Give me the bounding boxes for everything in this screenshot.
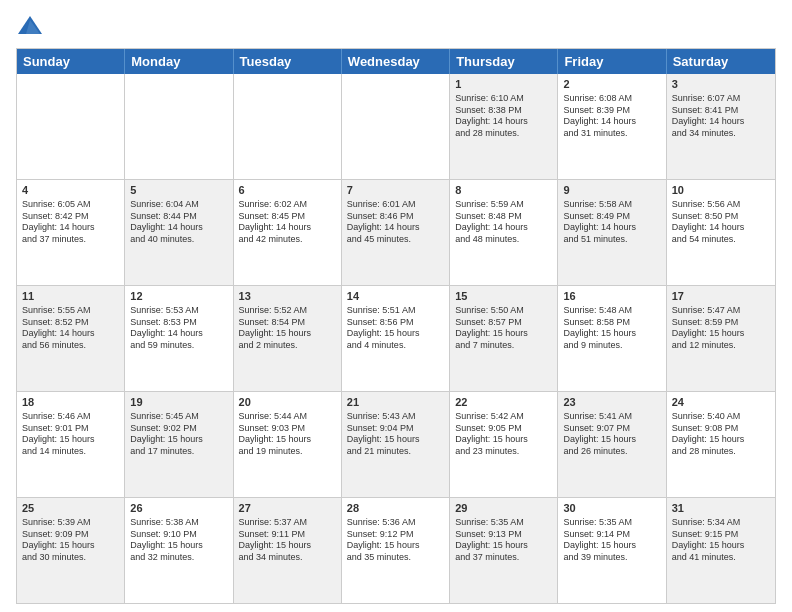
day-info: Sunrise: 5:48 AM Sunset: 8:58 PM Dayligh… — [563, 305, 660, 352]
col-header-monday: Monday — [125, 49, 233, 74]
day-info: Sunrise: 5:52 AM Sunset: 8:54 PM Dayligh… — [239, 305, 336, 352]
day-number: 11 — [22, 289, 119, 304]
day-number: 22 — [455, 395, 552, 410]
day-info: Sunrise: 6:01 AM Sunset: 8:46 PM Dayligh… — [347, 199, 444, 246]
day-number: 21 — [347, 395, 444, 410]
day-info: Sunrise: 5:36 AM Sunset: 9:12 PM Dayligh… — [347, 517, 444, 564]
day-number: 9 — [563, 183, 660, 198]
day-info: Sunrise: 5:51 AM Sunset: 8:56 PM Dayligh… — [347, 305, 444, 352]
week-row-0: 1Sunrise: 6:10 AM Sunset: 8:38 PM Daylig… — [17, 74, 775, 180]
calendar-header-row: SundayMondayTuesdayWednesdayThursdayFrid… — [17, 49, 775, 74]
day-number: 28 — [347, 501, 444, 516]
day-number: 18 — [22, 395, 119, 410]
cal-cell: 9Sunrise: 5:58 AM Sunset: 8:49 PM Daylig… — [558, 180, 666, 285]
day-number: 30 — [563, 501, 660, 516]
cal-cell: 30Sunrise: 5:35 AM Sunset: 9:14 PM Dayli… — [558, 498, 666, 603]
day-number: 31 — [672, 501, 770, 516]
day-info: Sunrise: 5:41 AM Sunset: 9:07 PM Dayligh… — [563, 411, 660, 458]
day-info: Sunrise: 5:42 AM Sunset: 9:05 PM Dayligh… — [455, 411, 552, 458]
cal-cell: 4Sunrise: 6:05 AM Sunset: 8:42 PM Daylig… — [17, 180, 125, 285]
cal-cell: 14Sunrise: 5:51 AM Sunset: 8:56 PM Dayli… — [342, 286, 450, 391]
day-number: 20 — [239, 395, 336, 410]
cal-cell: 11Sunrise: 5:55 AM Sunset: 8:52 PM Dayli… — [17, 286, 125, 391]
col-header-sunday: Sunday — [17, 49, 125, 74]
day-info: Sunrise: 6:05 AM Sunset: 8:42 PM Dayligh… — [22, 199, 119, 246]
day-number: 6 — [239, 183, 336, 198]
logo — [16, 12, 48, 40]
cal-cell: 27Sunrise: 5:37 AM Sunset: 9:11 PM Dayli… — [234, 498, 342, 603]
day-number: 17 — [672, 289, 770, 304]
day-info: Sunrise: 6:07 AM Sunset: 8:41 PM Dayligh… — [672, 93, 770, 140]
cal-cell: 3Sunrise: 6:07 AM Sunset: 8:41 PM Daylig… — [667, 74, 775, 179]
day-info: Sunrise: 5:40 AM Sunset: 9:08 PM Dayligh… — [672, 411, 770, 458]
day-number: 26 — [130, 501, 227, 516]
day-info: Sunrise: 5:45 AM Sunset: 9:02 PM Dayligh… — [130, 411, 227, 458]
cal-cell: 8Sunrise: 5:59 AM Sunset: 8:48 PM Daylig… — [450, 180, 558, 285]
cal-cell: 15Sunrise: 5:50 AM Sunset: 8:57 PM Dayli… — [450, 286, 558, 391]
cal-cell: 17Sunrise: 5:47 AM Sunset: 8:59 PM Dayli… — [667, 286, 775, 391]
day-info: Sunrise: 5:43 AM Sunset: 9:04 PM Dayligh… — [347, 411, 444, 458]
cal-cell: 22Sunrise: 5:42 AM Sunset: 9:05 PM Dayli… — [450, 392, 558, 497]
cal-cell: 1Sunrise: 6:10 AM Sunset: 8:38 PM Daylig… — [450, 74, 558, 179]
day-info: Sunrise: 6:10 AM Sunset: 8:38 PM Dayligh… — [455, 93, 552, 140]
cal-cell: 12Sunrise: 5:53 AM Sunset: 8:53 PM Dayli… — [125, 286, 233, 391]
week-row-3: 18Sunrise: 5:46 AM Sunset: 9:01 PM Dayli… — [17, 392, 775, 498]
cal-cell: 29Sunrise: 5:35 AM Sunset: 9:13 PM Dayli… — [450, 498, 558, 603]
day-info: Sunrise: 5:47 AM Sunset: 8:59 PM Dayligh… — [672, 305, 770, 352]
day-info: Sunrise: 6:08 AM Sunset: 8:39 PM Dayligh… — [563, 93, 660, 140]
week-row-2: 11Sunrise: 5:55 AM Sunset: 8:52 PM Dayli… — [17, 286, 775, 392]
cal-cell: 28Sunrise: 5:36 AM Sunset: 9:12 PM Dayli… — [342, 498, 450, 603]
cal-cell: 26Sunrise: 5:38 AM Sunset: 9:10 PM Dayli… — [125, 498, 233, 603]
day-number: 24 — [672, 395, 770, 410]
cal-cell: 20Sunrise: 5:44 AM Sunset: 9:03 PM Dayli… — [234, 392, 342, 497]
day-info: Sunrise: 6:02 AM Sunset: 8:45 PM Dayligh… — [239, 199, 336, 246]
day-info: Sunrise: 5:44 AM Sunset: 9:03 PM Dayligh… — [239, 411, 336, 458]
day-number: 14 — [347, 289, 444, 304]
logo-icon — [16, 12, 44, 40]
col-header-tuesday: Tuesday — [234, 49, 342, 74]
col-header-friday: Friday — [558, 49, 666, 74]
day-number: 12 — [130, 289, 227, 304]
day-info: Sunrise: 5:34 AM Sunset: 9:15 PM Dayligh… — [672, 517, 770, 564]
day-number: 27 — [239, 501, 336, 516]
day-number: 3 — [672, 77, 770, 92]
day-info: Sunrise: 5:59 AM Sunset: 8:48 PM Dayligh… — [455, 199, 552, 246]
day-number: 4 — [22, 183, 119, 198]
col-header-wednesday: Wednesday — [342, 49, 450, 74]
day-info: Sunrise: 5:55 AM Sunset: 8:52 PM Dayligh… — [22, 305, 119, 352]
day-number: 19 — [130, 395, 227, 410]
day-number: 23 — [563, 395, 660, 410]
day-number: 5 — [130, 183, 227, 198]
day-number: 25 — [22, 501, 119, 516]
cal-cell — [234, 74, 342, 179]
day-info: Sunrise: 5:53 AM Sunset: 8:53 PM Dayligh… — [130, 305, 227, 352]
cal-cell: 31Sunrise: 5:34 AM Sunset: 9:15 PM Dayli… — [667, 498, 775, 603]
day-number: 15 — [455, 289, 552, 304]
header — [16, 12, 776, 40]
day-info: Sunrise: 5:56 AM Sunset: 8:50 PM Dayligh… — [672, 199, 770, 246]
cal-cell — [17, 74, 125, 179]
calendar-body: 1Sunrise: 6:10 AM Sunset: 8:38 PM Daylig… — [17, 74, 775, 603]
cal-cell: 21Sunrise: 5:43 AM Sunset: 9:04 PM Dayli… — [342, 392, 450, 497]
cal-cell: 10Sunrise: 5:56 AM Sunset: 8:50 PM Dayli… — [667, 180, 775, 285]
cal-cell: 5Sunrise: 6:04 AM Sunset: 8:44 PM Daylig… — [125, 180, 233, 285]
day-info: Sunrise: 5:38 AM Sunset: 9:10 PM Dayligh… — [130, 517, 227, 564]
day-number: 10 — [672, 183, 770, 198]
cal-cell: 2Sunrise: 6:08 AM Sunset: 8:39 PM Daylig… — [558, 74, 666, 179]
cal-cell: 24Sunrise: 5:40 AM Sunset: 9:08 PM Dayli… — [667, 392, 775, 497]
cal-cell: 7Sunrise: 6:01 AM Sunset: 8:46 PM Daylig… — [342, 180, 450, 285]
col-header-saturday: Saturday — [667, 49, 775, 74]
cal-cell: 13Sunrise: 5:52 AM Sunset: 8:54 PM Dayli… — [234, 286, 342, 391]
day-number: 8 — [455, 183, 552, 198]
cal-cell: 25Sunrise: 5:39 AM Sunset: 9:09 PM Dayli… — [17, 498, 125, 603]
day-info: Sunrise: 5:39 AM Sunset: 9:09 PM Dayligh… — [22, 517, 119, 564]
cal-cell: 19Sunrise: 5:45 AM Sunset: 9:02 PM Dayli… — [125, 392, 233, 497]
cal-cell: 16Sunrise: 5:48 AM Sunset: 8:58 PM Dayli… — [558, 286, 666, 391]
day-info: Sunrise: 6:04 AM Sunset: 8:44 PM Dayligh… — [130, 199, 227, 246]
day-number: 13 — [239, 289, 336, 304]
day-number: 29 — [455, 501, 552, 516]
day-info: Sunrise: 5:37 AM Sunset: 9:11 PM Dayligh… — [239, 517, 336, 564]
calendar: SundayMondayTuesdayWednesdayThursdayFrid… — [16, 48, 776, 604]
week-row-1: 4Sunrise: 6:05 AM Sunset: 8:42 PM Daylig… — [17, 180, 775, 286]
cal-cell: 23Sunrise: 5:41 AM Sunset: 9:07 PM Dayli… — [558, 392, 666, 497]
